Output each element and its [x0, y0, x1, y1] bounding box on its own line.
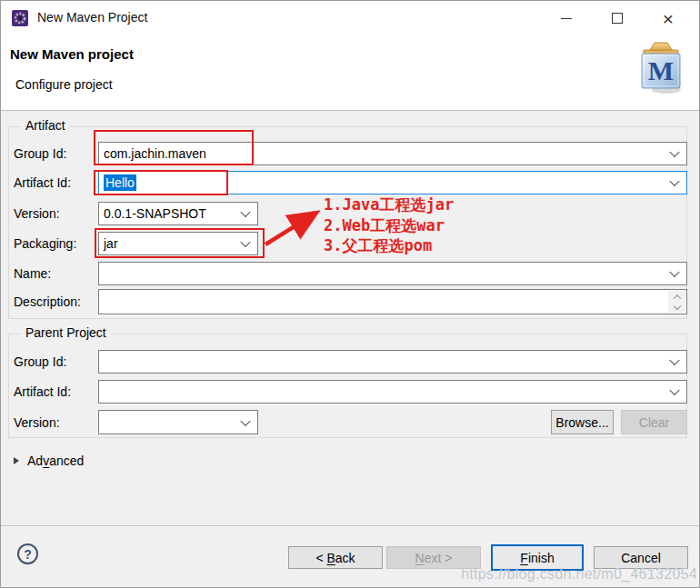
artifact-id-label: Artifact Id: [14, 175, 71, 190]
back-button[interactable]: < Back [288, 546, 383, 569]
annotation-arrow [261, 203, 330, 250]
page-subtitle: Configure project [15, 77, 113, 92]
help-button[interactable]: ? [17, 543, 38, 564]
version-label: Version: [14, 206, 60, 221]
advanced-expander[interactable]: Advanced [14, 453, 84, 468]
parent-version-combo[interactable] [98, 410, 258, 434]
parent-artifact-id-label: Artifact Id: [14, 384, 71, 399]
minimize-button[interactable] [552, 5, 581, 31]
maximize-icon [612, 13, 623, 24]
close-button[interactable]: × [654, 5, 683, 31]
close-icon: × [663, 9, 674, 28]
parent-project-legend: Parent Project [21, 325, 111, 340]
chevron-down-icon[interactable] [669, 267, 679, 277]
parent-group-id-combo[interactable] [98, 350, 687, 374]
svg-text:M: M [648, 55, 674, 85]
annotation-line-2: 2.Web工程选war [324, 215, 445, 236]
name-combo[interactable] [98, 262, 687, 285]
chevron-down-icon[interactable] [669, 385, 679, 395]
parent-group-id-label: Group Id: [14, 354, 66, 369]
chevron-down-icon[interactable] [669, 355, 679, 365]
description-field[interactable] [98, 289, 687, 314]
triangle-right-icon [14, 457, 19, 464]
question-mark-icon: ? [24, 547, 32, 562]
artifact-id-value-selected: Hello [104, 174, 136, 191]
next-button: Next > [386, 546, 481, 569]
description-label: Description: [14, 294, 81, 309]
name-label: Name: [14, 266, 51, 281]
browse-button[interactable]: Browse... [551, 410, 614, 434]
page-title: New Maven project [10, 46, 134, 62]
chevron-down-icon[interactable] [240, 207, 250, 217]
group-id-label: Group Id: [14, 146, 66, 161]
maximize-button[interactable] [603, 5, 632, 31]
annotation-line-3: 3.父工程选pom [324, 235, 432, 256]
wizard-banner: New Maven project Configure project [1, 35, 699, 111]
artifact-legend: Artifact [21, 118, 70, 133]
minimize-icon [561, 18, 572, 19]
window-title: New Maven Project [37, 10, 147, 25]
packaging-value: jar [104, 236, 118, 251]
clear-button: Clear [621, 410, 687, 434]
finish-button[interactable]: Finish [491, 544, 584, 571]
advanced-label: Advanced [27, 453, 84, 468]
group-id-value: com.jachin.maven [104, 146, 206, 161]
group-id-combo[interactable]: com.jachin.maven [98, 142, 687, 165]
parent-artifact-id-combo[interactable] [98, 380, 687, 404]
chevron-down-icon[interactable] [240, 237, 250, 247]
chevron-down-icon[interactable] [240, 415, 250, 425]
wizard-icon [12, 10, 28, 26]
parent-version-label: Version: [14, 415, 60, 430]
scroll-spinner[interactable] [668, 291, 685, 313]
version-value: 0.0.1-SNAPSHOT [104, 206, 206, 221]
maven-logo-icon: M [635, 39, 686, 99]
annotation-line-1: 1.Java工程选jar [324, 194, 454, 215]
packaging-label: Packaging: [14, 236, 76, 251]
chevron-down-icon[interactable] [669, 147, 679, 157]
packaging-combo[interactable]: jar [98, 232, 258, 255]
titlebar: New Maven Project × [1, 1, 699, 35]
footer-divider [1, 525, 699, 526]
chevron-down-icon[interactable] [669, 176, 679, 186]
cancel-button[interactable]: Cancel [594, 546, 688, 569]
chevron-down-icon [673, 303, 680, 310]
artifact-id-combo[interactable]: Hello [98, 171, 687, 194]
new-maven-project-dialog: New Maven Project × New Maven project Co… [0, 0, 700, 588]
version-combo[interactable]: 0.0.1-SNAPSHOT [98, 202, 258, 225]
